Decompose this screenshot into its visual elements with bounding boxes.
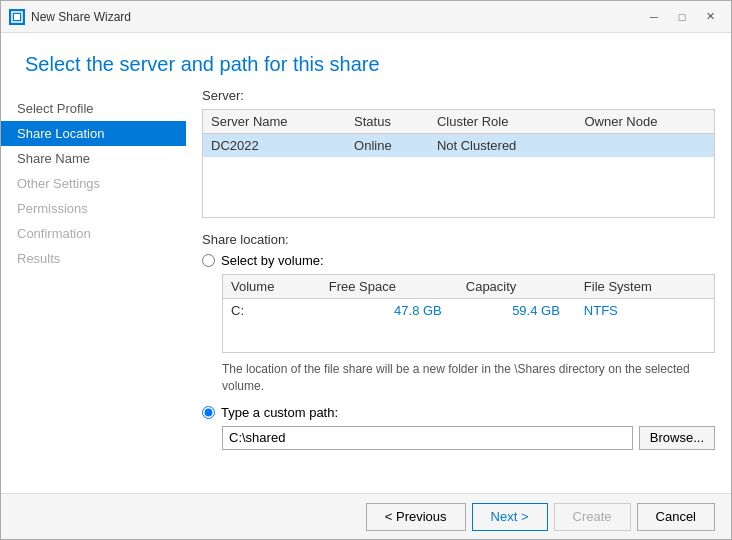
main-panel: Server: Server Name Status Cluster Role … (186, 88, 731, 493)
footer: < Previous Next > Create Cancel (1, 493, 731, 539)
server-table: Server Name Status Cluster Role Owner No… (203, 110, 714, 217)
select-by-volume-label[interactable]: Select by volume: (221, 253, 324, 268)
cell-owner-node (576, 134, 714, 158)
content-area: Select the server and path for this shar… (1, 33, 731, 539)
close-button[interactable]: ✕ (697, 7, 723, 27)
vol-col-free-space: Free Space (321, 275, 458, 299)
previous-button[interactable]: < Previous (366, 503, 466, 531)
vol-col-capacity: Capacity (458, 275, 576, 299)
app-icon (9, 9, 25, 25)
custom-path-row: Browse... (202, 426, 715, 450)
cell-file-system: NTFS (576, 299, 714, 323)
col-status: Status (346, 110, 429, 134)
custom-path-input[interactable] (222, 426, 633, 450)
next-button[interactable]: Next > (472, 503, 548, 531)
share-location-section: Share location: Select by volume: Volume (202, 232, 715, 450)
select-by-volume-row: Select by volume: (202, 253, 715, 268)
vol-col-volume: Volume (223, 275, 321, 299)
cell-server-name: DC2022 (203, 134, 346, 158)
volume-table-container: Volume Free Space Capacity File System C… (222, 274, 715, 353)
server-table-header: Server Name Status Cluster Role Owner No… (203, 110, 714, 134)
cell-free-space: 47.8 GB (321, 299, 458, 323)
custom-path-radio[interactable] (202, 406, 215, 419)
cell-cluster-role: Not Clustered (429, 134, 577, 158)
sidebar-item-permissions: Permissions (1, 196, 186, 221)
col-server-name: Server Name (203, 110, 346, 134)
server-label: Server: (202, 88, 715, 103)
volume-table: Volume Free Space Capacity File System C… (223, 275, 714, 352)
server-table-body: DC2022 Online Not Clustered (203, 134, 714, 218)
titlebar-left: New Share Wizard (9, 9, 131, 25)
cell-capacity: 59.4 GB (458, 299, 576, 323)
main-window: New Share Wizard ─ □ ✕ Select the server… (0, 0, 732, 540)
sidebar-item-results: Results (1, 246, 186, 271)
col-owner-node: Owner Node (576, 110, 714, 134)
sidebar-item-share-location[interactable]: Share Location (1, 121, 186, 146)
cell-volume: C: (223, 299, 321, 323)
browse-button[interactable]: Browse... (639, 426, 715, 450)
volume-table-header: Volume Free Space Capacity File System (223, 275, 714, 299)
server-table-container: Server Name Status Cluster Role Owner No… (202, 109, 715, 218)
server-row-0[interactable]: DC2022 Online Not Clustered (203, 134, 714, 158)
titlebar-controls: ─ □ ✕ (641, 7, 723, 27)
cancel-button[interactable]: Cancel (637, 503, 715, 531)
titlebar: New Share Wizard ─ □ ✕ (1, 1, 731, 33)
col-cluster-role: Cluster Role (429, 110, 577, 134)
volume-note: The location of the file share will be a… (222, 361, 715, 395)
sidebar: Select Profile Share Location Share Name… (1, 88, 186, 493)
sidebar-item-share-name[interactable]: Share Name (1, 146, 186, 171)
sidebar-item-other-settings: Other Settings (1, 171, 186, 196)
custom-path-label[interactable]: Type a custom path: (221, 405, 338, 420)
custom-path-radio-row: Type a custom path: (202, 405, 715, 420)
page-title: Select the server and path for this shar… (1, 33, 731, 88)
share-location-label: Share location: (202, 232, 715, 247)
sidebar-item-confirmation: Confirmation (1, 221, 186, 246)
volume-row-0[interactable]: C: 47.8 GB 59.4 GB NTFS (223, 299, 714, 323)
main-body: Select Profile Share Location Share Name… (1, 88, 731, 493)
maximize-button[interactable]: □ (669, 7, 695, 27)
minimize-button[interactable]: ─ (641, 7, 667, 27)
svg-rect-1 (14, 14, 20, 20)
volume-table-body: C: 47.8 GB 59.4 GB NTFS (223, 299, 714, 353)
create-button: Create (554, 503, 631, 531)
select-by-volume-radio[interactable] (202, 254, 215, 267)
vol-col-file-system: File System (576, 275, 714, 299)
cell-status: Online (346, 134, 429, 158)
window-title: New Share Wizard (31, 10, 131, 24)
sidebar-item-select-profile[interactable]: Select Profile (1, 96, 186, 121)
